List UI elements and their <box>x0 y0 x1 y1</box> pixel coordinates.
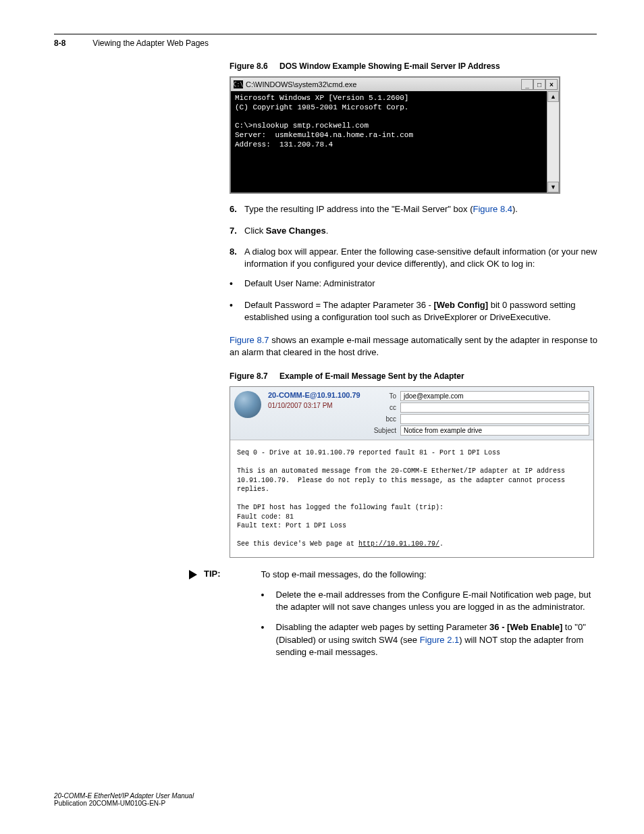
figure-title: Example of E-mail Message Sent by the Ad… <box>279 371 464 381</box>
figure-link[interactable]: Figure 2.1 <box>420 635 460 645</box>
scroll-up-icon[interactable]: ▲ <box>547 91 559 102</box>
tip-bullet-2: • Disabling the adapter web pages by set… <box>261 621 597 658</box>
bullet-text: Disabling the adapter web pages by setti… <box>276 621 597 658</box>
to-label: To <box>369 392 396 400</box>
cc-label: cc <box>369 404 396 411</box>
tip-arrow-icon <box>189 570 197 579</box>
to-field[interactable]: jdoe@example.com <box>400 391 589 401</box>
page-header: 8-8 Viewing the Adapter Web Pages <box>54 38 597 48</box>
subject-label: Subject <box>369 427 396 434</box>
step-text: Click Save Changes. <box>244 225 328 237</box>
subject-field[interactable]: Notice from example drive <box>400 425 589 436</box>
figure-title: DOS Window Example Showing E-mail Server… <box>279 61 500 71</box>
scroll-down-icon[interactable]: ▼ <box>547 182 559 192</box>
header-rule <box>54 34 597 34</box>
tip-block: TIP: To stop e-mail messages, do the fol… <box>189 569 597 658</box>
dos-titlebar: C:\ C:\WINDOWS\system32\cmd.exe _ □ × <box>231 78 559 91</box>
footer: 20-COMM-E EtherNet/IP Adapter User Manua… <box>54 792 194 807</box>
tip-bullet-1: • Delete the e-mail addresses from the C… <box>261 589 597 613</box>
dos-window: C:\ C:\WINDOWS\system32\cmd.exe _ □ × Mi… <box>230 76 560 194</box>
figure-8-7-intro: Figure 8.7 shows an example e-mail messa… <box>230 334 608 358</box>
scrollbar[interactable]: ▲ ▼ <box>547 91 559 192</box>
chapter-title: Viewing the Adapter Web Pages <box>92 38 209 48</box>
figure-8-7-caption: Figure 8.7 Example of E-mail Message Sen… <box>230 371 608 381</box>
figure-label: Figure 8.7 <box>230 371 268 381</box>
tip-label: TIP: <box>204 569 221 579</box>
bullet-text: Delete the e-mail addresses from the Con… <box>276 589 597 613</box>
page-number: 8-8 <box>54 38 65 48</box>
email-from: 20-COMM-E@10.91.100.79 <box>268 391 369 399</box>
bullet-text: Default User Name: Administrator <box>244 278 375 291</box>
device-link[interactable]: http://10.91.100.79/ <box>358 540 439 548</box>
dos-output: Microsoft Windows XP [Version 5.1.2600] … <box>231 91 547 192</box>
figure-link[interactable]: Figure 8.7 <box>230 335 269 345</box>
step-8: 8. A dialog box will appear. Enter the f… <box>230 246 608 269</box>
email-message: 20-COMM-E@10.91.100.79 01/10/2007 03:17 … <box>230 386 594 558</box>
step-number: 8. <box>230 246 244 269</box>
figure-link[interactable]: Figure 8.4 <box>473 204 512 214</box>
manual-title: 20-COMM-E EtherNet/IP Adapter User Manua… <box>54 792 194 800</box>
minimize-button[interactable]: _ <box>521 79 533 90</box>
figure-8-6-caption: Figure 8.6 DOS Window Example Showing E-… <box>230 61 608 71</box>
publication-number: Publication 20COMM-UM010G-EN-P <box>54 800 194 807</box>
credentials-bullet-1: • Default User Name: Administrator <box>230 278 608 291</box>
cc-field[interactable] <box>400 402 589 413</box>
cmd-icon: C:\ <box>234 80 243 88</box>
bullet-text: Default Password = The adapter Parameter… <box>244 299 608 323</box>
close-button[interactable]: × <box>545 79 558 90</box>
email-body: Seq 0 - Drive at 10.91.100.79 reported f… <box>230 440 593 557</box>
dos-window-title: C:\WINDOWS\system32\cmd.exe <box>246 80 521 88</box>
figure-label: Figure 8.6 <box>230 61 268 71</box>
bcc-field[interactable] <box>400 414 589 424</box>
bullet-icon: • <box>261 621 276 658</box>
step-text: A dialog box will appear. Enter the foll… <box>244 246 608 269</box>
step-6: 6. Type the resulting IP address into th… <box>230 203 608 215</box>
step-number: 6. <box>230 203 244 215</box>
maximize-button[interactable]: □ <box>533 79 545 90</box>
bullet-icon: • <box>261 589 276 613</box>
step-number: 7. <box>230 225 244 237</box>
credentials-bullet-2: • Default Password = The adapter Paramet… <box>230 299 608 323</box>
bullet-icon: • <box>230 299 244 323</box>
bcc-label: bcc <box>369 415 396 423</box>
step-text: Type the resulting IP address into the "… <box>244 203 518 215</box>
email-date: 01/10/2007 03:17 PM <box>268 402 369 409</box>
email-header: 20-COMM-E@10.91.100.79 01/10/2007 03:17 … <box>230 387 593 440</box>
step-7: 7. Click Save Changes. <box>230 225 608 237</box>
avatar-icon <box>234 391 261 418</box>
bullet-icon: • <box>230 278 244 291</box>
tip-intro: To stop e-mail messages, do the followin… <box>261 569 597 581</box>
